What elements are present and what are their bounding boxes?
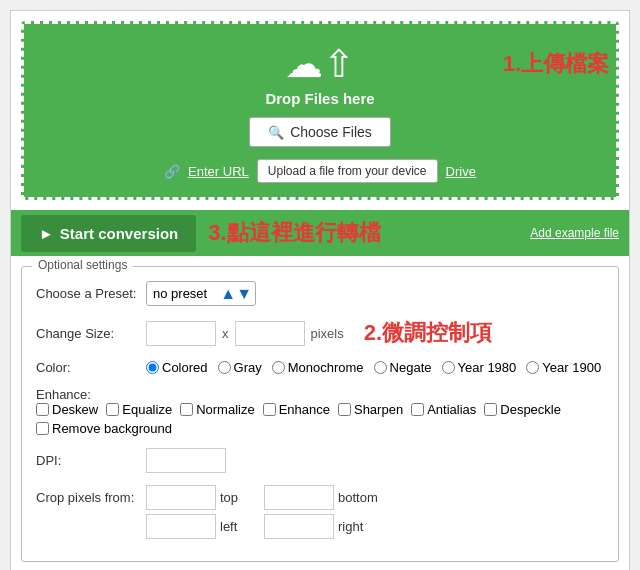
enhance-sharpen[interactable]: Sharpen — [338, 402, 403, 417]
crop-bottom-label: bottom — [338, 490, 378, 505]
drive-link[interactable]: Drive — [446, 164, 476, 179]
enhance-despeckle[interactable]: Despeckle — [484, 402, 561, 417]
drop-text: Drop Files here — [34, 90, 606, 107]
year1900-radio[interactable] — [526, 361, 539, 374]
choose-files-button[interactable]: 🔍 Choose Files — [249, 117, 391, 147]
enhance-antialias[interactable]: Antialias — [411, 402, 476, 417]
optional-settings-panel: Optional settings Choose a Preset: no pr… — [21, 266, 619, 562]
search-icon: 🔍 — [268, 125, 284, 140]
remove-bg-label: Remove background — [52, 421, 172, 436]
dpi-input[interactable] — [146, 448, 226, 473]
enhance-checkbox[interactable] — [263, 403, 276, 416]
link-icon: 🔗 — [164, 164, 180, 179]
color-radio-group: Colored Gray Monochrome Negate Year 1980 — [146, 360, 601, 375]
enhance-row: Enhance: Deskew Equalize Normalize Enhan… — [36, 387, 604, 436]
monochrome-radio[interactable] — [272, 361, 285, 374]
crop-right-input[interactable] — [264, 514, 334, 539]
crop-right-label: right — [338, 519, 378, 534]
color-row: Color: Colored Gray Monochrome Negate — [36, 360, 604, 375]
size-row: Change Size: x pixels 2.微調控制項 — [36, 318, 604, 348]
enhance-equalize[interactable]: Equalize — [106, 402, 172, 417]
enter-url-link[interactable]: Enter URL — [188, 164, 249, 179]
year1980-label: Year 1980 — [458, 360, 517, 375]
normalize-checkbox[interactable] — [180, 403, 193, 416]
annotation-convert: 3.點這裡進行轉檔 — [208, 218, 380, 248]
size-pixels-label: pixels — [311, 326, 344, 341]
preset-label: Choose a Preset: — [36, 286, 146, 301]
enhance-enhance[interactable]: Enhance — [263, 402, 330, 417]
despeckle-label: Despeckle — [500, 402, 561, 417]
crop-label: Crop pixels from: — [36, 490, 146, 505]
year1980-radio[interactable] — [442, 361, 455, 374]
color-year1900[interactable]: Year 1900 — [526, 360, 601, 375]
antialias-label: Antialias — [427, 402, 476, 417]
sharpen-checkbox[interactable] — [338, 403, 351, 416]
size-x-label: x — [222, 326, 229, 341]
crop-left-right-row: left right — [146, 514, 378, 539]
enhance-checkbox-group: Deskew Equalize Normalize Enhance Sharpe… — [36, 402, 604, 436]
color-year1980[interactable]: Year 1980 — [442, 360, 517, 375]
size-label: Change Size: — [36, 326, 146, 341]
start-conversion-label: Start conversion — [60, 225, 178, 242]
crop-bottom-input[interactable] — [264, 485, 334, 510]
drop-zone[interactable]: ☁⇧ Drop Files here 🔍 Choose Files 🔗 Ente… — [21, 21, 619, 200]
colored-label: Colored — [162, 360, 208, 375]
crop-top-bottom-row: top bottom — [146, 485, 378, 510]
equalize-label: Equalize — [122, 402, 172, 417]
color-colored[interactable]: Colored — [146, 360, 208, 375]
negate-radio[interactable] — [374, 361, 387, 374]
preset-select-wrapper: no preset ▲▼ — [146, 281, 256, 306]
drop-links: 🔗 Enter URL Upload a file from your devi… — [34, 159, 606, 183]
dpi-label: DPI: — [36, 453, 146, 468]
optional-legend: Optional settings — [32, 258, 133, 272]
colored-radio[interactable] — [146, 361, 159, 374]
remove-bg-checkbox[interactable] — [36, 422, 49, 435]
annotation-settings: 2.微調控制項 — [364, 318, 492, 348]
color-negate[interactable]: Negate — [374, 360, 432, 375]
crop-left-label: left — [220, 519, 260, 534]
annotation-upload: 1.上傳檔案 — [503, 49, 609, 79]
deskew-checkbox[interactable] — [36, 403, 49, 416]
enhance-enhance-label: Enhance — [279, 402, 330, 417]
size-width-input[interactable] — [146, 321, 216, 346]
color-monochrome[interactable]: Monochrome — [272, 360, 364, 375]
dpi-row: DPI: — [36, 448, 604, 473]
gray-label: Gray — [234, 360, 262, 375]
crop-top-label: top — [220, 490, 260, 505]
conversion-bar: ► Start conversion 3.點這裡進行轉檔 Add example… — [11, 210, 629, 256]
gray-radio[interactable] — [218, 361, 231, 374]
upload-from-device-button[interactable]: Upload a file from your device — [257, 159, 438, 183]
crop-top-input[interactable] — [146, 485, 216, 510]
monochrome-label: Monochrome — [288, 360, 364, 375]
enhance-normalize[interactable]: Normalize — [180, 402, 255, 417]
negate-label: Negate — [390, 360, 432, 375]
color-label: Color: — [36, 360, 146, 375]
add-example-link[interactable]: Add example file — [530, 226, 619, 240]
crop-row: Crop pixels from: top bottom left right — [36, 485, 604, 539]
start-conversion-button[interactable]: ► Start conversion — [21, 215, 196, 252]
preset-row: Choose a Preset: no preset ▲▼ — [36, 281, 604, 306]
enhance-label: Enhance: — [36, 387, 146, 402]
enhance-remove-background[interactable]: Remove background — [36, 421, 172, 436]
year1900-label: Year 1900 — [542, 360, 601, 375]
color-gray[interactable]: Gray — [218, 360, 262, 375]
crop-left-input[interactable] — [146, 514, 216, 539]
size-height-input[interactable] — [235, 321, 305, 346]
preset-select[interactable]: no preset — [146, 281, 256, 306]
despeckle-checkbox[interactable] — [484, 403, 497, 416]
normalize-label: Normalize — [196, 402, 255, 417]
deskew-label: Deskew — [52, 402, 98, 417]
chevron-right-icon: ► — [39, 225, 54, 242]
sharpen-label: Sharpen — [354, 402, 403, 417]
equalize-checkbox[interactable] — [106, 403, 119, 416]
enhance-deskew[interactable]: Deskew — [36, 402, 98, 417]
choose-files-label: Choose Files — [290, 124, 372, 140]
antialias-checkbox[interactable] — [411, 403, 424, 416]
